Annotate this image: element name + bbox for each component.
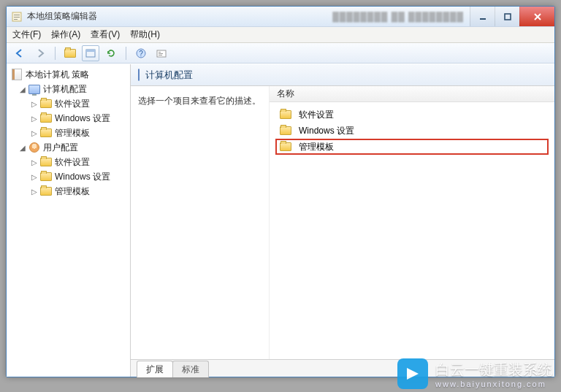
folder-icon [40, 185, 52, 197]
tree-item-windows[interactable]: ▷ Windows 设置 [8, 169, 129, 184]
nav-forward-button[interactable] [31, 45, 49, 61]
maximize-button[interactable] [495, 7, 519, 26]
tree-item-software[interactable]: ▷ 软件设置 [8, 155, 129, 169]
watermark-brand: 白云一键重装系统 [435, 361, 552, 377]
collapse-icon[interactable]: ◢ [18, 85, 27, 93]
toolbar: ? [7, 43, 554, 64]
watermark: 白云一键重装系统 www.baiyunxitong.com [397, 358, 552, 389]
content-pane: 计算机配置 选择一个项目来查看它的描述。 名称 软件设置 [131, 64, 554, 377]
folder-icon [40, 156, 52, 168]
content-body: 选择一个项目来查看它的描述。 名称 软件设置 Windows 设置 [131, 86, 554, 359]
list-item-windows[interactable]: Windows 设置 [275, 123, 549, 139]
minimize-button[interactable] [470, 7, 495, 26]
list-column: 名称 软件设置 Windows 设置 管理模板 [270, 86, 554, 359]
description-text: 选择一个项目来查看它的描述。 [138, 96, 261, 106]
content-heading: 计算机配置 [145, 69, 193, 82]
svg-rect-12 [159, 53, 163, 54]
nav-back-button[interactable] [11, 45, 28, 61]
svg-rect-3 [14, 19, 18, 20]
svg-rect-7 [86, 50, 95, 52]
tree-pane[interactable]: 本地计算机 策略 ◢ 计算机配置 ▷ 软件设置 ▷ Windows 设置 ▷ 管… [7, 64, 131, 377]
tree-item-software[interactable]: ▷ 软件设置 [8, 96, 129, 111]
menu-action[interactable]: 操作(A) [51, 28, 80, 41]
folder-icon [280, 125, 291, 137]
list-items: 软件设置 Windows 设置 管理模板 [270, 102, 554, 159]
svg-rect-4 [480, 18, 486, 20]
computer-icon [28, 83, 40, 95]
app-window: 本地组策略编辑器 ████████ ██ ████████ 文件(F) 操作(A… [6, 6, 555, 377]
list-item-software[interactable]: 软件设置 [275, 107, 549, 123]
collapse-icon[interactable]: ◢ [18, 144, 27, 152]
tree-user-config[interactable]: ◢ 用户配置 [8, 140, 129, 155]
expand-icon[interactable]: ▷ [30, 129, 39, 137]
toolbar-folder-button[interactable] [61, 45, 79, 61]
policy-icon [11, 69, 23, 80]
body: 本地计算机 策略 ◢ 计算机配置 ▷ 软件设置 ▷ Windows 设置 ▷ 管… [7, 64, 554, 377]
menubar: 文件(F) 操作(A) 查看(V) 帮助(H) [7, 27, 554, 43]
folder-icon [40, 171, 52, 182]
toolbar-refresh-button[interactable] [102, 45, 120, 61]
toolbar-properties-button[interactable] [153, 45, 170, 61]
content-header: 计算机配置 [131, 64, 554, 86]
list-item-admin[interactable]: 管理模板 [275, 139, 549, 155]
menu-file[interactable]: 文件(F) [12, 28, 41, 41]
menu-view[interactable]: 查看(V) [91, 28, 120, 41]
watermark-logo-icon [397, 358, 428, 389]
titlebar-blur-text: ████████ ██ ████████ [332, 12, 464, 22]
tree-computer-config[interactable]: ◢ 计算机配置 [8, 82, 129, 96]
expand-icon[interactable]: ▷ [30, 188, 39, 196]
toolbar-separator [126, 47, 126, 60]
close-button[interactable] [519, 7, 554, 26]
tree-root[interactable]: 本地计算机 策略 [8, 67, 129, 82]
toolbar-help-button[interactable]: ? [132, 45, 150, 61]
folder-icon [40, 127, 52, 139]
folder-icon [280, 141, 291, 153]
tree-item-admin[interactable]: ▷ 管理模板 [8, 184, 129, 199]
tree-item-windows[interactable]: ▷ Windows 设置 [8, 111, 129, 126]
folder-icon [280, 109, 291, 120]
titlebar: 本地组策略编辑器 ████████ ██ ████████ [7, 7, 554, 27]
tree-item-admin[interactable]: ▷ 管理模板 [8, 126, 129, 140]
app-icon [11, 11, 23, 23]
description-column: 选择一个项目来查看它的描述。 [131, 86, 270, 359]
user-icon [28, 142, 40, 153]
svg-rect-5 [505, 14, 511, 20]
watermark-url: www.baiyunxitong.com [435, 380, 552, 388]
expand-icon[interactable]: ▷ [30, 115, 39, 123]
svg-rect-1 [14, 15, 20, 15]
svg-rect-13 [159, 55, 162, 55]
folder-icon [40, 112, 52, 124]
svg-rect-2 [14, 17, 20, 18]
tab-extended[interactable]: 扩展 [137, 361, 173, 377]
tab-standard[interactable]: 标准 [172, 361, 209, 377]
svg-text:?: ? [139, 50, 143, 58]
window-controls [470, 7, 554, 26]
computer-icon [138, 69, 140, 80]
menu-help[interactable]: 帮助(H) [130, 28, 160, 41]
expand-icon[interactable]: ▷ [30, 100, 39, 108]
expand-icon[interactable]: ▷ [30, 158, 39, 166]
window-title: 本地组策略编辑器 [27, 10, 332, 23]
column-header-name[interactable]: 名称 [270, 86, 554, 102]
folder-icon [40, 98, 52, 109]
toolbar-view-button[interactable] [82, 45, 99, 61]
toolbar-separator [55, 47, 56, 60]
svg-rect-11 [159, 52, 161, 53]
expand-icon[interactable]: ▷ [30, 173, 39, 181]
